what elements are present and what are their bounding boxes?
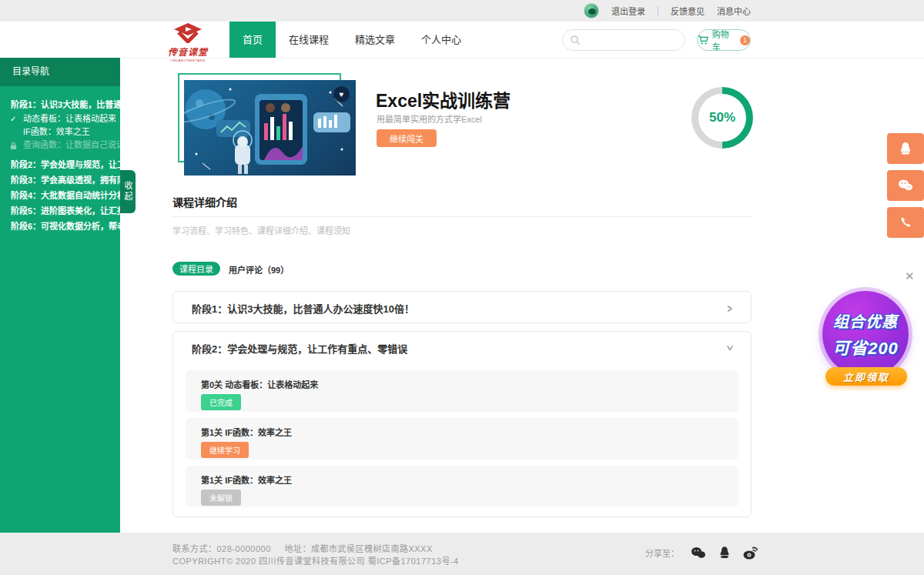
promo-line-1: 组合优惠 [833,309,898,332]
continue-challenge-button[interactable]: 继续闯关 [377,129,437,147]
promo-badge[interactable]: 组合优惠 可省200 [822,291,909,377]
logo-subtitle: CHUANYINKETANG [168,58,209,62]
page: 退出登录 反馈意见 消息中心 传音课堂 CHUANYINKETANG 首页 在线… [0,0,924,575]
logout-link[interactable]: 退出登录 [611,5,645,17]
sidebar-lesson-if[interactable]: IF函数：效率之王 [0,125,120,139]
status-badge-continue[interactable]: 继续学习 [201,442,249,458]
course-progress-ring: 50% [691,87,753,149]
sidebar-collapse-tab[interactable]: 收起 [120,170,136,213]
tab-user-comments[interactable]: 用户评论（99） [229,263,289,276]
cart-label: 购物车 [712,28,737,52]
share-label: 分享至： [645,547,679,559]
main-nav: 传音课堂 CHUANYINKETANG 首页 在线课程 精选文章 个人中心 搜索… [0,22,924,58]
favorite-heart-icon[interactable]: ♥ [333,86,350,102]
status-badge-completed: 已完成 [201,394,241,410]
sidebar-lesson-dashboard[interactable]: ✓ 动态看板：让表格动起来 [0,112,120,125]
logo-title: 传音课堂 [164,45,212,58]
logo-cap-icon [172,23,203,43]
footer-contact: 联系方式：028-0000000 [172,544,271,553]
sidebar-stage-2[interactable]: 阶段2：学会处理与规范，让工作... > [0,156,120,172]
nav-item-home[interactable]: 首页 [229,22,276,58]
feedback-link[interactable]: 反馈意见 [671,5,705,17]
status-badge-locked: 未解锁 [201,490,241,506]
accordion-stage-1: 阶段1：认识3大技能，比普通人办公速度快10倍！ > [172,291,752,323]
accordion-stage-2-header[interactable]: 阶段2：学会处理与规范，让工作有重点、零错误 > [173,332,751,364]
accordion-stage-2: 阶段2：学会处理与规范，让工作有重点、零错误 > 第0关 动态看板：让表格动起来… [172,331,752,517]
chevron-right-icon: > [728,302,732,315]
footer: 联系方式：028-0000000 地址：成都市武侯区槐树店南路XXXX COPY… [0,533,924,575]
share-qq-icon[interactable] [718,545,732,560]
course-subtitle: 用最简单实用的方式学Excel [377,112,482,125]
course-banner-illustration [184,80,356,176]
course-title: Excel实战训练营 [376,86,511,112]
sidebar-title: 目录导航 [0,58,120,86]
lesson-row-0[interactable]: 第0关 动态看板：让表格动起来 已完成 [186,370,738,412]
nav-item-courses[interactable]: 在线课程 [276,22,342,58]
sidebar-stage-3[interactable]: 阶段3：学会高级透视，拥有同时... > [0,172,120,187]
search-box: 搜索 [562,29,685,51]
wechat-icon [897,178,914,193]
tab-course-catalog[interactable]: 课程目录 [172,262,220,276]
share-wechat-icon[interactable] [690,546,707,560]
promo-line-2: 可省200 [832,334,899,359]
divider [172,216,752,217]
lesson-row-2[interactable]: 第1关 IF函数：效率之王 未解锁 [186,466,738,507]
footer-copyright: COPYRIGHT© 2020 四川传音课堂科技有限公司 蜀ICP备170177… [172,554,459,567]
nav-item-profile[interactable]: 个人中心 [408,22,474,58]
progress-percent-label: 50% [698,94,746,142]
check-icon: ✓ [10,112,16,125]
user-avatar[interactable] [584,3,599,18]
cart-button[interactable]: 购物车 1 [697,29,751,51]
search-input[interactable] [563,31,705,49]
sidebar-stage-6[interactable]: 阶段6：可视化数据分析，帮老板... > [0,218,120,233]
detail-heading: 课程详细介绍 [172,194,237,209]
cart-count-badge: 1 [740,35,750,45]
sidebar-stage-1[interactable]: 阶段1：认识3大技能，比普通人... > [0,95,120,112]
catalog-sidebar: 目录导航 阶段1：认识3大技能，比普通人... > ✓ 动态看板：让表格动起来 … [0,58,120,533]
sidebar-stage-4[interactable]: 阶段4：大批数据自动统计分析，... > [0,187,120,202]
sidebar-stage-5[interactable]: 阶段5：进阶图表美化，让汇报一... > [0,202,120,218]
nav-item-articles[interactable]: 精选文章 [342,22,408,58]
phone-contact-button[interactable] [887,207,924,238]
search-icon [570,35,581,49]
claim-coupon-button[interactable]: 立即领取 [825,367,907,386]
topbar-divider [658,6,658,15]
detail-meta: 学习流程、学习特色、课程详细介绍、课程须知 [172,224,350,236]
qq-icon [898,141,913,156]
messages-link[interactable]: 消息中心 [717,5,751,17]
lesson-row-1[interactable]: 第1关 IF函数：效率之王 继续学习 [186,418,738,460]
course-banner[interactable]: ♥ [184,80,356,176]
qq-contact-button[interactable] [887,133,924,164]
topbar: 退出登录 反馈意见 消息中心 [0,0,924,22]
share-weibo-icon[interactable] [742,545,759,560]
cart-icon [698,35,709,45]
lock-icon [10,141,17,152]
accordion-stage-1-header[interactable]: 阶段1：认识3大技能，比普通人办公速度快10倍！ > [173,292,751,324]
phone-icon [899,216,912,229]
wechat-contact-button[interactable] [887,170,924,201]
promo-close-icon[interactable]: ✕ [905,269,915,283]
sidebar-lesson-lookup-locked[interactable]: 查询函数：让数据自己说话 [0,139,120,152]
chevron-down-icon: > [723,346,736,350]
footer-address: 地址：成都市武侯区槐树店南路XXXX [284,544,432,553]
site-logo[interactable]: 传音课堂 CHUANYINKETANG [164,23,212,62]
